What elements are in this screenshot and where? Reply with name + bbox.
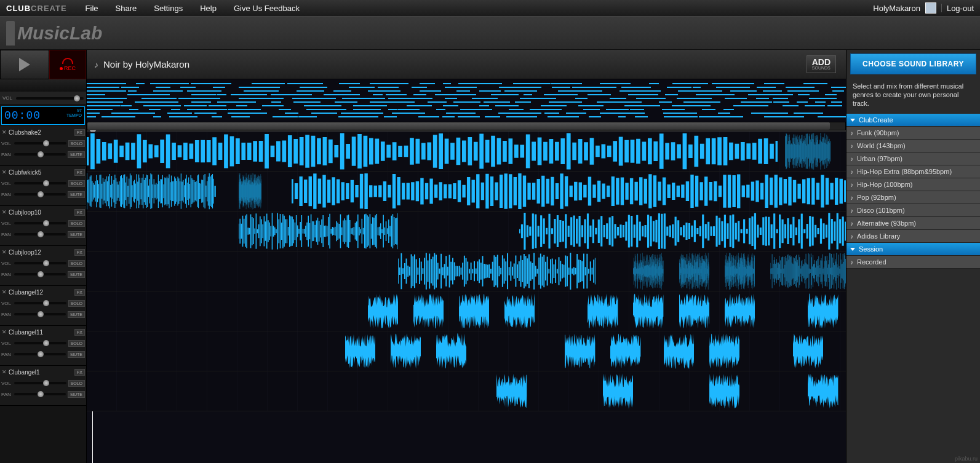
add-sounds-button[interactable]: ADD SOUNDS (807, 55, 836, 73)
track-vol-slider[interactable] (14, 182, 66, 184)
audio-clip[interactable] (725, 293, 755, 330)
arranger-lane[interactable] (87, 251, 846, 291)
menu-settings[interactable]: Settings (154, 4, 183, 13)
track-pan-slider[interactable] (14, 353, 66, 355)
track-fx-button[interactable]: FX (74, 329, 85, 336)
track-mute-button[interactable]: MUTE (68, 151, 85, 158)
audio-clip[interactable] (679, 253, 709, 290)
track-close-button[interactable]: ✕ (1, 289, 7, 295)
track-name[interactable]: Clubangel11 (9, 329, 73, 336)
library-genre-item[interactable]: ♪Adidas Library (847, 230, 980, 243)
library-section-header[interactable]: ClubCreate (847, 114, 980, 127)
library-genre-item[interactable]: ♪Recorded (847, 256, 980, 269)
track-name[interactable]: Clubangel1 (9, 369, 73, 376)
arranger-lane[interactable] (87, 212, 846, 251)
track-name[interactable]: Clubjloop10 (9, 209, 73, 216)
logout-link[interactable]: Log-out (947, 4, 974, 13)
audio-clip[interactable] (808, 293, 838, 330)
track-mute-button[interactable]: MUTE (68, 311, 85, 318)
track-mute-button[interactable]: MUTE (68, 231, 85, 238)
audio-clip[interactable] (87, 133, 778, 170)
library-genre-item[interactable]: ♪Hip-Hop (100bpm) (847, 178, 980, 191)
library-genre-item[interactable]: ♪Disco (101bpm) (847, 204, 980, 217)
avatar-icon[interactable] (925, 2, 936, 14)
audio-clip[interactable] (770, 253, 846, 290)
master-vol-slider[interactable] (16, 97, 84, 100)
username-label[interactable]: HolyMakaron (873, 4, 920, 13)
audio-clip[interactable] (496, 373, 527, 410)
menu-share[interactable]: Share (116, 4, 137, 13)
audio-clip[interactable] (391, 333, 421, 370)
track-mute-button[interactable]: MUTE (68, 271, 85, 278)
track-solo-button[interactable]: SOLO (68, 180, 85, 187)
track-pan-slider[interactable] (14, 153, 66, 156)
audio-clip[interactable] (459, 293, 489, 330)
audio-clip[interactable] (679, 293, 709, 330)
audio-clip[interactable] (709, 373, 739, 410)
track-close-button[interactable]: ✕ (1, 129, 7, 135)
track-vol-slider[interactable] (14, 342, 66, 344)
track-pan-slider[interactable] (14, 273, 66, 275)
audio-clip[interactable] (239, 213, 398, 250)
audio-clip[interactable] (519, 213, 846, 250)
library-genre-item[interactable]: ♪Alternative (93bpm) (847, 217, 980, 230)
track-name[interactable]: Clubshake2 (9, 129, 73, 136)
track-solo-button[interactable]: SOLO (68, 300, 85, 307)
track-solo-button[interactable]: SOLO (68, 380, 85, 387)
track-solo-button[interactable]: SOLO (68, 260, 85, 267)
track-name[interactable]: Clubfwkick5 (9, 169, 73, 176)
side-tab[interactable] (6, 21, 15, 46)
track-pan-slider[interactable] (14, 393, 66, 395)
track-pan-slider[interactable] (14, 313, 66, 315)
track-mute-button[interactable]: MUTE (68, 391, 85, 398)
audio-clip[interactable] (603, 373, 633, 410)
library-genre-item[interactable]: ♪Pop (92bpm) (847, 191, 980, 204)
track-solo-button[interactable]: SOLO (68, 340, 85, 347)
arranger-lane[interactable] (87, 371, 846, 411)
audio-clip[interactable] (565, 333, 595, 370)
audio-clip[interactable] (413, 293, 444, 330)
track-mute-button[interactable]: MUTE (68, 351, 85, 358)
track-fx-button[interactable]: FX (74, 249, 85, 256)
audio-clip[interactable] (588, 293, 618, 330)
menu-feedback[interactable]: Give Us Feedback (234, 4, 300, 13)
audio-clip[interactable] (610, 333, 640, 370)
audio-clip[interactable] (239, 173, 261, 210)
track-solo-button[interactable]: SOLO (68, 220, 85, 227)
library-genre-item[interactable]: ♪Urban (97bpm) (847, 152, 980, 165)
audio-clip[interactable] (633, 253, 663, 290)
arranger-lane[interactable] (87, 132, 846, 172)
track-close-button[interactable]: ✕ (1, 329, 7, 335)
track-fx-button[interactable]: FX (74, 169, 85, 176)
audio-clip[interactable] (793, 333, 823, 370)
library-genre-item[interactable]: ♪World (143bpm) (847, 140, 980, 152)
library-section-header[interactable]: Session (847, 243, 980, 256)
track-pan-slider[interactable] (14, 233, 66, 235)
track-close-button[interactable]: ✕ (1, 169, 7, 175)
audio-clip[interactable] (664, 333, 694, 370)
track-vol-slider[interactable] (14, 302, 66, 304)
track-name[interactable]: Clubjloop12 (9, 249, 73, 256)
track-pan-slider[interactable] (14, 193, 66, 196)
audio-clip[interactable] (292, 173, 846, 210)
audio-clip[interactable] (398, 253, 596, 290)
choose-library-button[interactable]: CHOOSE SOUND LIBRARY (850, 53, 976, 74)
overview-lane[interactable] (87, 79, 846, 132)
audio-clip[interactable] (725, 253, 755, 290)
library-genre-item[interactable]: ♪Hip-Hop Extra (88bpm&95bpm) (847, 165, 980, 178)
audio-clip[interactable] (368, 293, 398, 330)
arranger-lane[interactable] (87, 291, 846, 331)
menu-help[interactable]: Help (200, 4, 217, 13)
track-mute-button[interactable]: MUTE (68, 191, 85, 198)
track-close-button[interactable]: ✕ (1, 209, 7, 215)
arranger-lane[interactable] (87, 172, 846, 212)
audio-clip[interactable] (436, 333, 466, 370)
audio-clip[interactable] (504, 293, 535, 330)
library-genre-item[interactable]: ♪Funk (90bpm) (847, 127, 980, 140)
track-name[interactable]: Clubangel12 (9, 289, 73, 296)
track-vol-slider[interactable] (14, 262, 66, 264)
track-solo-button[interactable]: SOLO (68, 140, 85, 147)
arranger-scrollbar[interactable] (87, 122, 846, 130)
play-button[interactable] (0, 50, 49, 79)
track-vol-slider[interactable] (14, 222, 66, 224)
